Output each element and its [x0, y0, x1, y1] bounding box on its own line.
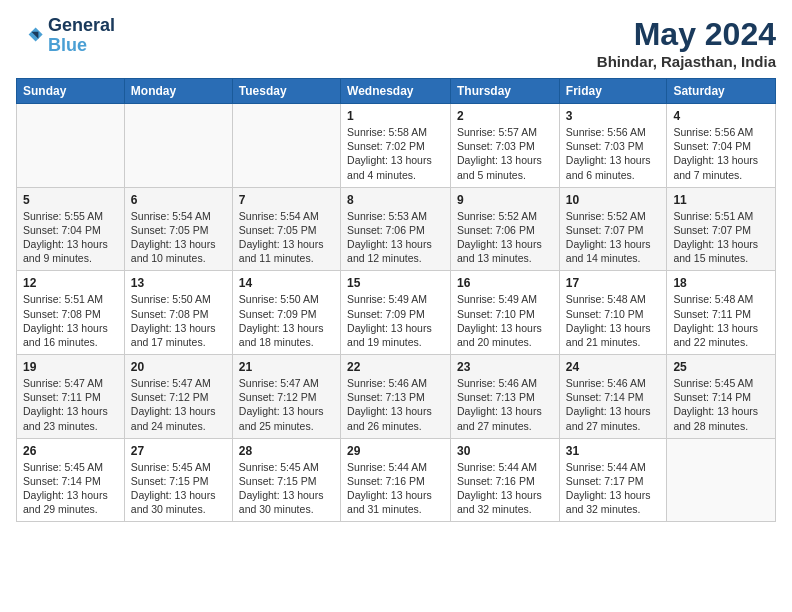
calendar-week-row: 19Sunrise: 5:47 AMSunset: 7:11 PMDayligh… [17, 355, 776, 439]
cell-text: Sunset: 7:14 PM [673, 390, 769, 404]
calendar-cell: 28Sunrise: 5:45 AMSunset: 7:15 PMDayligh… [232, 438, 340, 522]
cell-text: Sunset: 7:10 PM [566, 307, 661, 321]
cell-text: Sunrise: 5:45 AM [673, 376, 769, 390]
cell-text: Sunrise: 5:54 AM [131, 209, 226, 223]
cell-text: Sunset: 7:11 PM [23, 390, 118, 404]
day-number: 4 [673, 109, 769, 123]
cell-text: Sunset: 7:05 PM [131, 223, 226, 237]
cell-text: and 30 minutes. [239, 502, 334, 516]
cell-text: and 16 minutes. [23, 335, 118, 349]
logo-text: General Blue [48, 16, 115, 56]
cell-text: Sunrise: 5:46 AM [457, 376, 553, 390]
calendar-cell: 12Sunrise: 5:51 AMSunset: 7:08 PMDayligh… [17, 271, 125, 355]
calendar-cell: 31Sunrise: 5:44 AMSunset: 7:17 PMDayligh… [559, 438, 667, 522]
calendar-cell: 26Sunrise: 5:45 AMSunset: 7:14 PMDayligh… [17, 438, 125, 522]
cell-text: Daylight: 13 hours [239, 321, 334, 335]
cell-text: Daylight: 13 hours [457, 153, 553, 167]
cell-text: and 5 minutes. [457, 168, 553, 182]
cell-text: and 22 minutes. [673, 335, 769, 349]
cell-text: Daylight: 13 hours [457, 404, 553, 418]
cell-text: Daylight: 13 hours [23, 488, 118, 502]
calendar-cell: 2Sunrise: 5:57 AMSunset: 7:03 PMDaylight… [451, 104, 560, 188]
cell-text: Daylight: 13 hours [131, 404, 226, 418]
cell-text: Daylight: 13 hours [23, 237, 118, 251]
cell-text: and 25 minutes. [239, 419, 334, 433]
cell-text: Sunset: 7:02 PM [347, 139, 444, 153]
cell-text: Sunset: 7:09 PM [347, 307, 444, 321]
cell-text: Sunset: 7:13 PM [347, 390, 444, 404]
cell-text: and 29 minutes. [23, 502, 118, 516]
day-number: 31 [566, 444, 661, 458]
day-number: 21 [239, 360, 334, 374]
day-number: 25 [673, 360, 769, 374]
day-number: 27 [131, 444, 226, 458]
cell-text: Daylight: 13 hours [347, 488, 444, 502]
calendar-cell: 23Sunrise: 5:46 AMSunset: 7:13 PMDayligh… [451, 355, 560, 439]
logo-icon [16, 22, 44, 50]
day-number: 9 [457, 193, 553, 207]
page-header: General Blue May 2024 Bhindar, Rajasthan… [16, 16, 776, 70]
cell-text: Daylight: 13 hours [566, 404, 661, 418]
calendar-cell: 13Sunrise: 5:50 AMSunset: 7:08 PMDayligh… [124, 271, 232, 355]
day-number: 16 [457, 276, 553, 290]
cell-text: Sunrise: 5:50 AM [131, 292, 226, 306]
cell-text: and 7 minutes. [673, 168, 769, 182]
weekday-header: Thursday [451, 79, 560, 104]
cell-text: Sunrise: 5:52 AM [457, 209, 553, 223]
day-number: 17 [566, 276, 661, 290]
cell-text: Sunset: 7:04 PM [23, 223, 118, 237]
cell-text: and 19 minutes. [347, 335, 444, 349]
calendar-cell: 6Sunrise: 5:54 AMSunset: 7:05 PMDaylight… [124, 187, 232, 271]
cell-text: Sunset: 7:09 PM [239, 307, 334, 321]
cell-text: Sunrise: 5:44 AM [457, 460, 553, 474]
cell-text: Daylight: 13 hours [457, 321, 553, 335]
day-number: 2 [457, 109, 553, 123]
cell-text: and 26 minutes. [347, 419, 444, 433]
cell-text: Sunset: 7:04 PM [673, 139, 769, 153]
cell-text: Daylight: 13 hours [673, 237, 769, 251]
day-number: 22 [347, 360, 444, 374]
calendar-cell: 14Sunrise: 5:50 AMSunset: 7:09 PMDayligh… [232, 271, 340, 355]
cell-text: Daylight: 13 hours [673, 404, 769, 418]
cell-text: Sunrise: 5:48 AM [673, 292, 769, 306]
cell-text: Sunrise: 5:56 AM [566, 125, 661, 139]
calendar-cell: 30Sunrise: 5:44 AMSunset: 7:16 PMDayligh… [451, 438, 560, 522]
day-number: 20 [131, 360, 226, 374]
cell-text: and 14 minutes. [566, 251, 661, 265]
weekday-header: Sunday [17, 79, 125, 104]
calendar-cell: 27Sunrise: 5:45 AMSunset: 7:15 PMDayligh… [124, 438, 232, 522]
cell-text: Sunset: 7:12 PM [239, 390, 334, 404]
day-number: 10 [566, 193, 661, 207]
cell-text: Sunrise: 5:47 AM [131, 376, 226, 390]
cell-text: Sunrise: 5:47 AM [239, 376, 334, 390]
cell-text: Sunrise: 5:55 AM [23, 209, 118, 223]
calendar-cell: 3Sunrise: 5:56 AMSunset: 7:03 PMDaylight… [559, 104, 667, 188]
calendar-cell: 18Sunrise: 5:48 AMSunset: 7:11 PMDayligh… [667, 271, 776, 355]
cell-text: and 4 minutes. [347, 168, 444, 182]
cell-text: Daylight: 13 hours [23, 404, 118, 418]
cell-text: and 20 minutes. [457, 335, 553, 349]
cell-text: Daylight: 13 hours [457, 237, 553, 251]
cell-text: Daylight: 13 hours [239, 237, 334, 251]
cell-text: Sunrise: 5:53 AM [347, 209, 444, 223]
day-number: 23 [457, 360, 553, 374]
calendar-cell: 11Sunrise: 5:51 AMSunset: 7:07 PMDayligh… [667, 187, 776, 271]
calendar-cell [124, 104, 232, 188]
cell-text: Sunset: 7:10 PM [457, 307, 553, 321]
cell-text: Sunset: 7:07 PM [673, 223, 769, 237]
day-number: 30 [457, 444, 553, 458]
cell-text: Sunset: 7:07 PM [566, 223, 661, 237]
cell-text: Sunset: 7:03 PM [457, 139, 553, 153]
cell-text: Sunrise: 5:45 AM [131, 460, 226, 474]
calendar-cell: 8Sunrise: 5:53 AMSunset: 7:06 PMDaylight… [341, 187, 451, 271]
calendar-cell: 20Sunrise: 5:47 AMSunset: 7:12 PMDayligh… [124, 355, 232, 439]
cell-text: Daylight: 13 hours [566, 321, 661, 335]
day-number: 29 [347, 444, 444, 458]
day-number: 12 [23, 276, 118, 290]
cell-text: Sunrise: 5:52 AM [566, 209, 661, 223]
calendar-cell: 9Sunrise: 5:52 AMSunset: 7:06 PMDaylight… [451, 187, 560, 271]
weekday-header: Wednesday [341, 79, 451, 104]
cell-text: and 28 minutes. [673, 419, 769, 433]
calendar-week-row: 12Sunrise: 5:51 AMSunset: 7:08 PMDayligh… [17, 271, 776, 355]
cell-text: Daylight: 13 hours [347, 237, 444, 251]
